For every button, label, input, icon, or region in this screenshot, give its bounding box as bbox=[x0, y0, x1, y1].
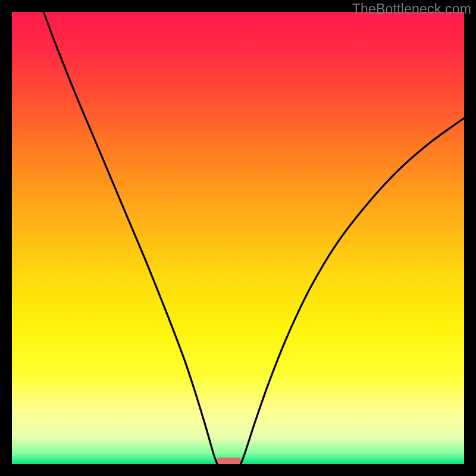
chart-frame bbox=[12, 12, 464, 464]
bottleneck-chart bbox=[12, 12, 464, 464]
gradient-background bbox=[12, 12, 464, 464]
watermark-text: TheBottleneck.com bbox=[352, 1, 471, 17]
optimal-range-marker bbox=[217, 458, 241, 464]
